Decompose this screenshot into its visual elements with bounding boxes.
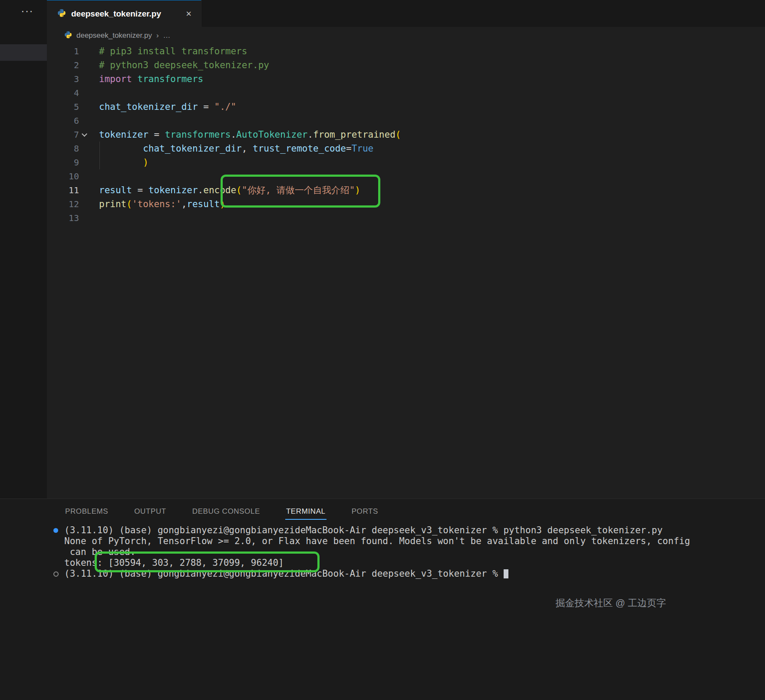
terminal-line: (3.11.10) (base) gongbianyezi@gongbianye… — [0, 525, 765, 536]
fold-gutter — [79, 86, 99, 100]
line-number: 10 — [47, 169, 79, 183]
terminal-text: tokens: [30594, 303, 2788, 37099, 96240] — [64, 558, 284, 568]
breadcrumb-more[interactable]: … — [163, 31, 171, 40]
sidebar-selected-item[interactable] — [0, 44, 47, 61]
vscode-window: ··· deepseek_tokenizer.py × — [0, 0, 765, 700]
code-line[interactable]: 4 — [47, 86, 765, 100]
fold-gutter — [79, 58, 99, 72]
fold-gutter — [79, 183, 99, 197]
fold-gutter — [79, 114, 99, 128]
command-decoration-filled-icon[interactable] — [47, 525, 64, 536]
fold-gutter — [79, 155, 99, 169]
fold-gutter — [79, 211, 99, 225]
code-line[interactable]: 8 chat_tokenizer_dir, trust_remote_code=… — [47, 142, 765, 155]
code-text — [99, 114, 765, 128]
code-text — [99, 211, 765, 225]
line-number: 5 — [47, 100, 79, 114]
python-icon — [57, 9, 66, 19]
terminal-text: (3.11.10) (base) gongbianyezi@gongbianye… — [64, 525, 663, 536]
panel-tab-problems[interactable]: PROBLEMS — [64, 503, 109, 520]
code-line[interactable]: 13 — [47, 211, 765, 225]
code-line[interactable]: 6 — [47, 114, 765, 128]
terminal-lines[interactable]: (3.11.10) (base) gongbianyezi@gongbianye… — [0, 524, 765, 579]
fold-gutter — [79, 72, 99, 86]
terminal-text: None of PyTorch, TensorFlow >= 2.0, or F… — [64, 536, 690, 547]
panel-tabs: PROBLEMSOUTPUTDEBUG CONSOLETERMINALPORTS — [0, 499, 765, 524]
code-text: result = tokenizer.encode("你好, 请做一个自我介绍"… — [99, 183, 765, 197]
panel-tab-output[interactable]: OUTPUT — [133, 503, 167, 520]
terminal-gutter — [47, 547, 64, 558]
code-lines: 1# pip3 install transformers2# python3 d… — [47, 44, 765, 225]
breadcrumb: deepseek_tokenizer.py › … — [47, 27, 765, 44]
panel-tab-debug-console[interactable]: DEBUG CONSOLE — [191, 503, 261, 520]
editor-group: deepseek_tokenizer.py × deepseek_tokeniz… — [47, 0, 765, 499]
code-text: tokenizer = transformers.AutoTokenizer.f… — [99, 128, 765, 142]
code-line[interactable]: 2# python3 deepseek_tokenizer.py — [47, 58, 765, 72]
more-actions-button[interactable]: ··· — [21, 5, 33, 17]
code-line[interactable]: 9 ) — [47, 155, 765, 169]
code-text: # pip3 install transformers — [99, 44, 765, 58]
fold-gutter — [79, 44, 99, 58]
line-number: 2 — [47, 58, 79, 72]
fold-gutter — [79, 197, 99, 211]
line-number: 6 — [47, 114, 79, 128]
code-text: print('tokens:',result) — [99, 197, 765, 211]
fold-gutter — [79, 169, 99, 183]
terminal-text: (3.11.10) (base) gongbianyezi@gongbianye… — [64, 568, 503, 579]
code-line[interactable]: 7tokenizer = transformers.AutoTokenizer.… — [47, 128, 765, 142]
code-line[interactable]: 5chat_tokenizer_dir = "./" — [47, 100, 765, 114]
code-text — [99, 169, 765, 183]
line-number: 3 — [47, 72, 79, 86]
terminal-gutter — [47, 558, 64, 568]
code-text: chat_tokenizer_dir, trust_remote_code=Tr… — [99, 142, 765, 155]
indent-guide — [99, 155, 100, 169]
sidebar-rail: ··· — [0, 0, 47, 499]
code-line[interactable]: 10 — [47, 169, 765, 183]
terminal-text: can be used. — [64, 547, 135, 558]
editor-tab-bar: deepseek_tokenizer.py × — [47, 0, 765, 27]
line-number: 13 — [47, 211, 79, 225]
code-text: ) — [99, 155, 765, 169]
fold-gutter — [79, 100, 99, 114]
command-decoration-hollow-icon[interactable] — [47, 568, 64, 579]
code-text: # python3 deepseek_tokenizer.py — [99, 58, 765, 72]
code-line[interactable]: 1# pip3 install transformers — [47, 44, 765, 58]
code-text: import transformers — [99, 72, 765, 86]
breadcrumb-separator-icon: › — [156, 31, 159, 40]
panel-tab-terminal[interactable]: TERMINAL — [285, 503, 326, 520]
terminal-line: tokens: [30594, 303, 2788, 37099, 96240] — [0, 558, 765, 568]
close-icon[interactable]: × — [184, 8, 193, 20]
line-number: 9 — [47, 155, 79, 169]
code-line[interactable]: 11result = tokenizer.encode("你好, 请做一个自我介… — [47, 183, 765, 197]
line-number: 7 — [47, 128, 79, 142]
terminal-cursor — [504, 569, 508, 578]
line-number: 11 — [47, 183, 79, 197]
breadcrumb-filename[interactable]: deepseek_tokenizer.py — [76, 31, 152, 40]
terminal-gutter — [47, 536, 64, 547]
line-number: 1 — [47, 44, 79, 58]
line-number: 8 — [47, 142, 79, 155]
fold-chevron-icon[interactable] — [79, 128, 99, 142]
line-number: 12 — [47, 197, 79, 211]
code-line[interactable]: 12print('tokens:',result) — [47, 197, 765, 211]
fold-gutter — [79, 142, 99, 155]
line-number: 4 — [47, 86, 79, 100]
terminal-line: can be used. — [0, 547, 765, 558]
indent-guide — [99, 142, 100, 155]
code-text: chat_tokenizer_dir = "./" — [99, 100, 765, 114]
watermark-text: 掘金技术社区 @ 工边页字 — [555, 597, 666, 610]
code-text — [99, 86, 765, 100]
code-line[interactable]: 3import transformers — [47, 72, 765, 86]
tab-deepseek-tokenizer[interactable]: deepseek_tokenizer.py × — [47, 0, 201, 27]
tab-filename: deepseek_tokenizer.py — [71, 9, 179, 19]
panel-tab-ports[interactable]: PORTS — [351, 503, 379, 520]
python-icon — [64, 31, 72, 41]
terminal-line: (3.11.10) (base) gongbianyezi@gongbianye… — [0, 568, 765, 579]
terminal-line: None of PyTorch, TensorFlow >= 2.0, or F… — [0, 536, 765, 547]
